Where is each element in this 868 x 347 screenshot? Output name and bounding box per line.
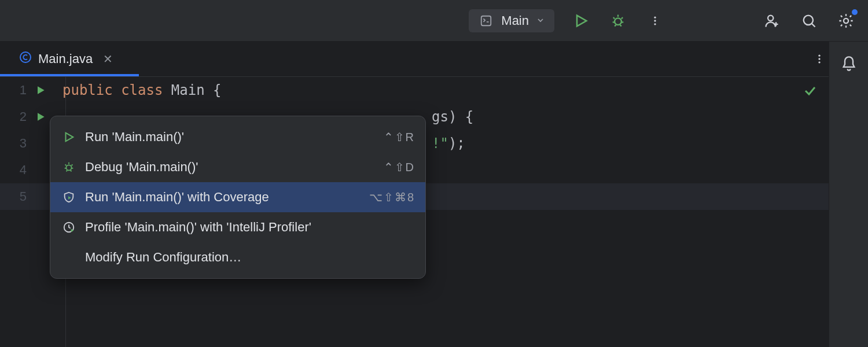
notifications-button[interactable] <box>838 53 859 74</box>
menu-item-modify-run-config[interactable]: Modify Run Configuration… <box>50 242 425 272</box>
line-number: 2 <box>0 109 35 124</box>
tab-filename: Main.java <box>38 51 93 67</box>
play-icon <box>61 129 77 145</box>
shield-run-icon <box>61 189 77 205</box>
svg-point-16 <box>66 165 71 170</box>
line-number: 4 <box>0 163 35 178</box>
editor-tab-strip: Main.java ✕ <box>0 42 868 76</box>
settings-button[interactable] <box>836 10 856 31</box>
run-configuration-selector[interactable]: Main <box>469 9 554 32</box>
right-sidebar <box>829 42 868 347</box>
tab-options-button[interactable] <box>814 42 825 76</box>
menu-item-run[interactable]: Run 'Main.main()' ⌃⇧R <box>50 122 425 152</box>
tab-main-java[interactable]: Main.java ✕ <box>10 42 121 76</box>
code-line[interactable]: public class Main { <box>58 82 222 98</box>
close-tab-button[interactable]: ✕ <box>103 52 113 66</box>
svg-marker-14 <box>38 113 45 120</box>
run-configuration-label: Main <box>501 13 529 28</box>
search-button[interactable] <box>799 10 819 31</box>
svg-point-11 <box>818 58 820 60</box>
menu-item-run-coverage[interactable]: Run 'Main.main()' with Coverage ⌥⇧⌘8 <box>50 182 425 212</box>
line-number: 3 <box>0 136 35 151</box>
shortcut-label: ⌥⇧⌘8 <box>369 190 415 204</box>
svg-point-4 <box>654 20 656 21</box>
svg-rect-0 <box>481 16 491 25</box>
add-user-button[interactable] <box>762 10 782 31</box>
svg-marker-17 <box>68 196 71 200</box>
terminal-icon <box>478 13 494 29</box>
gutter-context-menu: Run 'Main.main()' ⌃⇧R Debug 'Main.main()… <box>50 116 426 279</box>
gutter-run-icon[interactable] <box>35 84 58 96</box>
svg-point-5 <box>654 23 656 25</box>
line-number: 1 <box>0 83 35 98</box>
svg-point-10 <box>818 55 820 57</box>
svg-point-8 <box>844 18 848 23</box>
shortcut-label: ⌃⇧R <box>384 130 415 144</box>
bug-icon <box>61 159 77 175</box>
class-file-icon <box>19 50 32 68</box>
svg-point-6 <box>768 15 773 20</box>
line-number: 5 <box>0 189 35 204</box>
more-actions-button[interactable] <box>645 10 665 31</box>
svg-point-9 <box>20 52 31 62</box>
svg-point-3 <box>654 16 656 18</box>
run-button[interactable] <box>571 10 591 31</box>
notification-dot-icon <box>852 9 858 15</box>
profile-icon <box>61 219 77 235</box>
svg-marker-15 <box>66 133 73 142</box>
chevron-down-icon <box>536 13 545 28</box>
main-toolbar: Main <box>0 0 868 42</box>
debug-button[interactable] <box>608 10 628 31</box>
menu-item-debug[interactable]: Debug 'Main.main()' ⌃⇧D <box>50 152 425 182</box>
svg-point-7 <box>804 15 813 24</box>
svg-point-12 <box>818 61 820 63</box>
svg-point-2 <box>615 18 621 25</box>
svg-marker-1 <box>577 15 586 26</box>
shortcut-label: ⌃⇧D <box>384 160 415 174</box>
menu-item-profile[interactable]: Profile 'Main.main()' with 'IntelliJ Pro… <box>50 212 425 242</box>
svg-marker-13 <box>38 86 45 94</box>
